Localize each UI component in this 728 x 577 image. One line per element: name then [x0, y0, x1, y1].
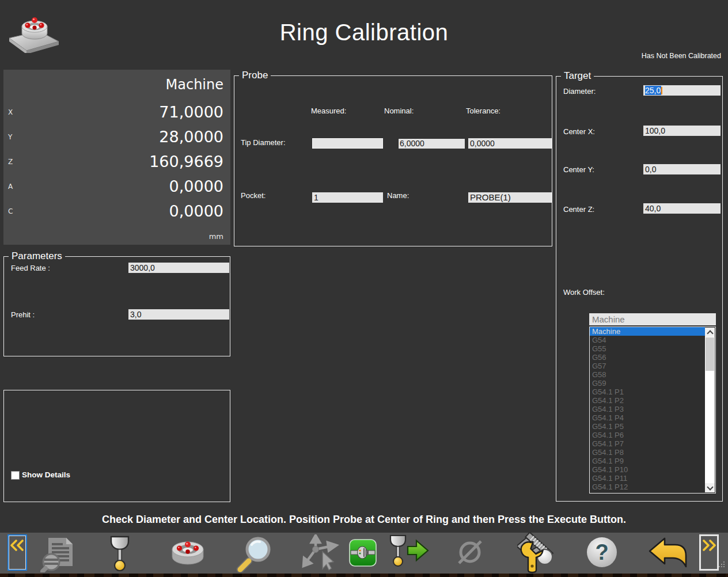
- probe-name-field[interactable]: PROBE(1): [468, 192, 552, 203]
- dro-axis-row: Z 160,9669: [3, 149, 230, 174]
- work-offset-option[interactable]: G54.1 P11: [590, 474, 705, 483]
- work-offset-option[interactable]: G55: [590, 344, 705, 353]
- wrench-caliper-icon: [517, 533, 560, 574]
- probe-button[interactable]: [107, 536, 132, 574]
- center-y-field[interactable]: 0,0: [643, 164, 721, 174]
- work-offset-option[interactable]: G54.1 P7: [590, 439, 705, 448]
- dro-axis-row: X 71,0000: [3, 100, 230, 124]
- target-group: Target Diameter: 25,0 Center X: 100,0 Ce…: [556, 76, 723, 502]
- work-offset-option[interactable]: G54.1 P4: [590, 413, 705, 422]
- work-offset-combo[interactable]: Machine: [589, 313, 716, 325]
- probe-group: Probe Measured: Nominal: Tolerance: Tip …: [234, 75, 552, 246]
- double-chevron-right-icon: [702, 540, 716, 551]
- tool-setter-button[interactable]: [517, 533, 560, 576]
- probe-connect-button[interactable]: [349, 539, 377, 569]
- work-offset-option[interactable]: Machine: [590, 327, 705, 336]
- selected-text: 25,0: [645, 86, 661, 95]
- center-x-label: Center X:: [563, 127, 595, 136]
- page-next-button[interactable]: [699, 534, 719, 571]
- help-button[interactable]: ?: [585, 536, 619, 571]
- dro-panel: Machine X 71,0000 Y 28,0000 Z 160,9669: [3, 70, 230, 245]
- parameters-group-title: Parameters: [9, 250, 65, 262]
- page-title: Ring Calibration: [0, 20, 728, 45]
- work-offset-option[interactable]: G54.1 P2: [590, 396, 705, 405]
- work-offset-label: Work Offset:: [563, 288, 605, 297]
- prehit-field[interactable]: 3,0: [128, 309, 229, 320]
- pocket-field[interactable]: 1: [312, 192, 383, 203]
- diameter-field[interactable]: 25,0: [643, 85, 721, 96]
- probe-deploy-button[interactable]: [387, 534, 430, 572]
- work-offset-option[interactable]: G54.1 P9: [590, 457, 705, 465]
- parameters-group: Parameters Feed Rate : 3000,0 Prehit : 3…: [3, 256, 230, 356]
- axis-value: 0,0000: [169, 177, 223, 195]
- dro-coordinate-system: Machine: [3, 70, 230, 93]
- work-offset-option[interactable]: G54.1 P3: [590, 405, 705, 413]
- pocket-label: Pocket:: [241, 191, 266, 200]
- work-offset-option[interactable]: G54.1 P6: [590, 431, 705, 439]
- work-offset-option[interactable]: G54.1 P5: [590, 422, 705, 431]
- ring-gauge-icon: [170, 538, 206, 569]
- axis-value: 28,0000: [159, 128, 223, 146]
- jog-axes-button[interactable]: [299, 534, 340, 574]
- page-previous-button[interactable]: [7, 534, 27, 571]
- back-button[interactable]: [647, 536, 688, 571]
- resize-grip-icon[interactable]: [719, 566, 720, 567]
- axis-label: X: [8, 108, 13, 116]
- calibration-status-text: Has Not Been Calibrated: [642, 52, 721, 60]
- dro-axis-row: A 0,0000: [3, 174, 230, 199]
- work-offset-list[interactable]: Machine G54 G55 G56 G57 G58 G59 G54.1 P1…: [589, 327, 716, 494]
- magnifier-icon: [236, 534, 273, 572]
- work-offset-option[interactable]: G59: [590, 379, 705, 388]
- measured-column-header: Measured:: [311, 107, 346, 115]
- axis-value: 160,9669: [149, 153, 223, 170]
- dro-axis-list: X 71,0000 Y 28,0000 Z 160,9669 A 0,0000: [3, 100, 230, 223]
- report-view-button[interactable]: [40, 537, 75, 575]
- axis-label: C: [8, 207, 13, 215]
- scroll-up-icon[interactable]: [705, 328, 715, 337]
- tip-diameter-nominal-field[interactable]: 6,0000: [398, 138, 465, 149]
- feed-rate-label: Feed Rate :: [11, 264, 50, 272]
- probe-group-title: Probe: [239, 70, 271, 81]
- work-offset-option[interactable]: G54: [590, 336, 705, 344]
- question-mark-icon: ?: [585, 536, 619, 569]
- axis-label: Z: [8, 158, 13, 166]
- axis-value: 71,0000: [159, 103, 223, 121]
- center-z-label: Center Z:: [563, 205, 594, 214]
- nominal-column-header: Nominal:: [384, 107, 414, 115]
- zoom-search-button[interactable]: [236, 534, 273, 575]
- scrollbar-thumb[interactable]: [706, 337, 714, 371]
- tip-diameter-label: Tip Diameter:: [241, 138, 286, 147]
- work-offset-option[interactable]: G54.1 P8: [590, 448, 705, 457]
- tip-diameter-measured-field[interactable]: [312, 138, 383, 149]
- details-panel: Show Details: [3, 390, 230, 502]
- work-offset-option[interactable]: G58: [590, 370, 705, 379]
- scroll-down-icon[interactable]: [705, 483, 715, 492]
- toolbar: ?: [0, 533, 728, 574]
- probe-arrow-icon: [387, 534, 430, 570]
- center-z-field[interactable]: 40,0: [643, 203, 721, 214]
- work-offset-option[interactable]: G54.1 P1: [590, 388, 705, 396]
- diameter-symbol-button[interactable]: [454, 534, 487, 570]
- document-search-icon: [40, 537, 75, 572]
- axis-label: A: [8, 183, 13, 191]
- work-offset-option[interactable]: G57: [590, 362, 705, 370]
- svg-text:?: ?: [595, 540, 608, 564]
- diameter-label: Diameter:: [563, 87, 596, 96]
- center-x-field[interactable]: 100,0: [643, 126, 721, 136]
- diameter-symbol-icon: [454, 534, 487, 568]
- feed-rate-field[interactable]: 3000,0: [128, 263, 229, 273]
- dro-axis-row: C 0,0000: [3, 199, 230, 223]
- tolerance-column-header: Tolerance:: [466, 107, 500, 115]
- work-offset-scrollbar[interactable]: [705, 328, 715, 492]
- show-details-label: Show Details: [22, 470, 70, 479]
- work-offset-option[interactable]: G54.1 P10: [590, 465, 705, 474]
- text-caret: [661, 87, 662, 94]
- tip-diameter-tolerance-field[interactable]: 0,0000: [468, 138, 552, 149]
- touch-probe-icon: [107, 536, 132, 571]
- jog-arrows-icon: [299, 534, 340, 571]
- work-offset-option[interactable]: G56: [590, 353, 705, 362]
- show-details-checkbox[interactable]: [11, 471, 20, 480]
- center-y-label: Center Y:: [563, 165, 594, 174]
- work-offset-option[interactable]: G54.1 P12: [590, 483, 705, 491]
- ring-gauge-button[interactable]: [170, 538, 206, 571]
